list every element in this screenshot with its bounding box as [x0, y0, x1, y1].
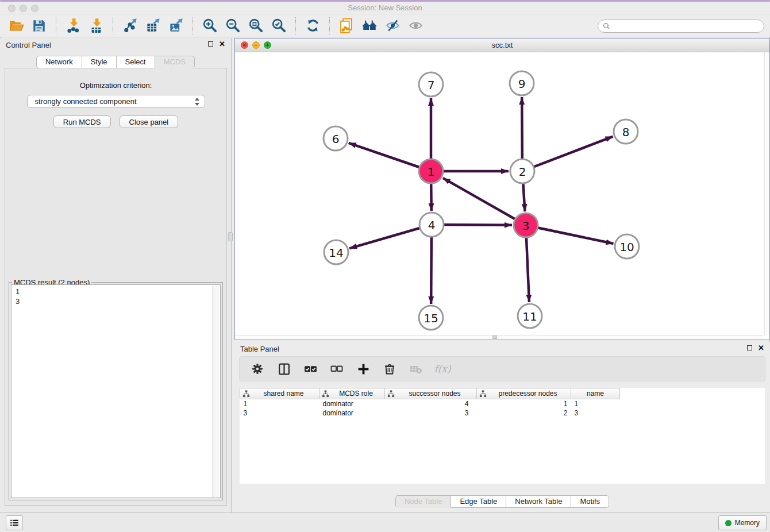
column-header-icon: [242, 390, 250, 398]
tab-motifs[interactable]: Motifs: [571, 495, 609, 508]
column-label: predecessor nodes: [498, 390, 557, 398]
cell-shared-name[interactable]: 1: [240, 399, 319, 408]
network-window-titlebar[interactable]: × − + scc.txt: [235, 38, 769, 52]
toolbar-separator: [295, 17, 296, 34]
cell-name[interactable]: 3: [571, 408, 620, 418]
hide-selected-button[interactable]: [383, 16, 402, 36]
table-panel: Table Panel ✕: [234, 342, 770, 512]
zoom-selected-button[interactable]: [269, 16, 288, 36]
refresh-view-button[interactable]: [303, 16, 322, 36]
cell-mcds-role[interactable]: dominator: [319, 399, 385, 408]
result-scrollbar[interactable]: [212, 286, 220, 497]
control-panel: Control Panel ✕ Network Style Select MCD…: [0, 38, 232, 512]
mcds-result-item[interactable]: 3: [16, 296, 216, 306]
graph-node-label-8: 8: [622, 125, 630, 139]
zoom-out-button[interactable]: [223, 16, 242, 36]
graph-edge-2-8[interactable]: [522, 137, 613, 171]
search-input[interactable]: [613, 21, 764, 32]
criterion-select[interactable]: strongly connected component: [27, 95, 205, 108]
add-column-button[interactable]: [356, 361, 371, 376]
task-history-button[interactable]: [6, 515, 23, 530]
columns-icon: [277, 362, 291, 376]
network-vertical-scrollbar[interactable]: [764, 52, 769, 335]
zoom-selected-icon: [271, 18, 287, 33]
houses-icon: [361, 18, 378, 34]
control-panel-title: Control Panel: [6, 41, 51, 49]
mcds-panel: Optimization criterion: strongly connect…: [5, 68, 227, 506]
network-window-title: scc.txt: [235, 41, 769, 49]
tab-style[interactable]: Style: [82, 56, 117, 68]
table-settings-button[interactable]: [250, 361, 265, 376]
table-row[interactable]: 3 dominator 3 2 3: [240, 408, 620, 418]
cell-successor-nodes[interactable]: 4: [385, 399, 477, 408]
cell-successor-nodes[interactable]: 3: [385, 408, 477, 418]
function-icon: f(x): [434, 363, 451, 375]
cell-predecessor-nodes[interactable]: 1: [477, 399, 571, 408]
column-header-successor-nodes[interactable]: successor nodes: [385, 388, 477, 399]
graph-edge-3-10[interactable]: [526, 225, 614, 244]
zoom-in-button[interactable]: [200, 16, 220, 36]
tab-network-table[interactable]: Network Table: [506, 495, 571, 508]
save-floppy-icon: [32, 18, 47, 33]
export-table-icon: [145, 18, 161, 33]
network-resize-handle[interactable]: [492, 336, 497, 339]
column-label: shared name: [263, 390, 303, 398]
float-panel-icon[interactable]: [747, 345, 752, 350]
column-header-predecessor-nodes[interactable]: predecessor nodes: [477, 388, 571, 399]
cell-name[interactable]: 1: [571, 399, 620, 408]
titlebar: Session: New Session: [0, 2, 770, 14]
column-header-mcds-role[interactable]: MCDS role: [319, 388, 385, 399]
cell-predecessor-nodes[interactable]: 2: [477, 408, 571, 418]
tab-select[interactable]: Select: [116, 56, 155, 68]
import-network-button[interactable]: [63, 16, 83, 36]
float-panel-icon[interactable]: [208, 41, 213, 47]
tab-node-table[interactable]: Node Table: [395, 495, 452, 508]
criterion-value: strongly connected component: [35, 97, 194, 106]
cell-mcds-role[interactable]: dominator: [319, 408, 385, 418]
graph-node-label-15: 15: [424, 311, 438, 325]
close-panel-icon[interactable]: ✕: [758, 345, 764, 351]
zoom-fit-icon: [248, 18, 264, 33]
graph-node-label-7: 7: [428, 78, 435, 92]
network-horizontal-scrollbar[interactable]: [235, 335, 764, 340]
delete-columns-button[interactable]: [382, 361, 397, 376]
open-session-button[interactable]: [6, 16, 26, 36]
export-image-button[interactable]: [166, 16, 186, 36]
run-mcds-button[interactable]: Run MCDS: [53, 115, 111, 128]
graph-node-label-9: 9: [518, 77, 526, 91]
clone-network-button[interactable]: [337, 16, 356, 36]
refresh-icon: [305, 18, 321, 33]
graph-node-label-1: 1: [428, 165, 435, 179]
memory-button[interactable]: Memory: [718, 515, 767, 530]
close-panel-icon[interactable]: ✕: [219, 41, 225, 47]
graph-node-label-2: 2: [519, 165, 526, 179]
select-all-rows-button[interactable]: [303, 361, 318, 376]
trash-icon: [383, 362, 396, 376]
zoom-in-icon: [202, 18, 218, 33]
network-canvas[interactable]: 1234678910111415: [235, 52, 765, 336]
mcds-result-item[interactable]: 1: [16, 287, 216, 296]
mcds-result-list[interactable]: 1 3: [11, 284, 221, 498]
deselect-all-rows-button[interactable]: [329, 361, 344, 376]
import-table-button[interactable]: [86, 16, 106, 36]
panel-splitter-handle[interactable]: [228, 232, 233, 241]
first-neighbors-button[interactable]: [360, 16, 379, 36]
export-network-button[interactable]: [120, 16, 140, 36]
show-all-button[interactable]: [406, 16, 425, 36]
export-image-icon: [168, 18, 184, 33]
tab-network[interactable]: Network: [36, 56, 82, 68]
toggle-columns-button[interactable]: [276, 361, 291, 376]
cell-shared-name[interactable]: 3: [240, 408, 319, 418]
export-table-button[interactable]: [143, 16, 163, 36]
tab-mcds[interactable]: MCDS: [155, 56, 195, 68]
graph-edge-1-6[interactable]: [349, 143, 431, 171]
save-session-button[interactable]: [29, 16, 49, 36]
tab-edge-table[interactable]: Edge Table: [451, 495, 506, 508]
column-header-name[interactable]: name: [571, 388, 620, 399]
zoom-fit-button[interactable]: [246, 16, 265, 36]
column-header-shared-name[interactable]: shared name: [240, 388, 319, 399]
graph-edge-3-1[interactable]: [443, 178, 526, 225]
table-row[interactable]: 1 dominator 4 1 1: [240, 399, 620, 408]
deselect-all-icon: [330, 362, 344, 376]
close-panel-button[interactable]: Close panel: [120, 115, 179, 128]
